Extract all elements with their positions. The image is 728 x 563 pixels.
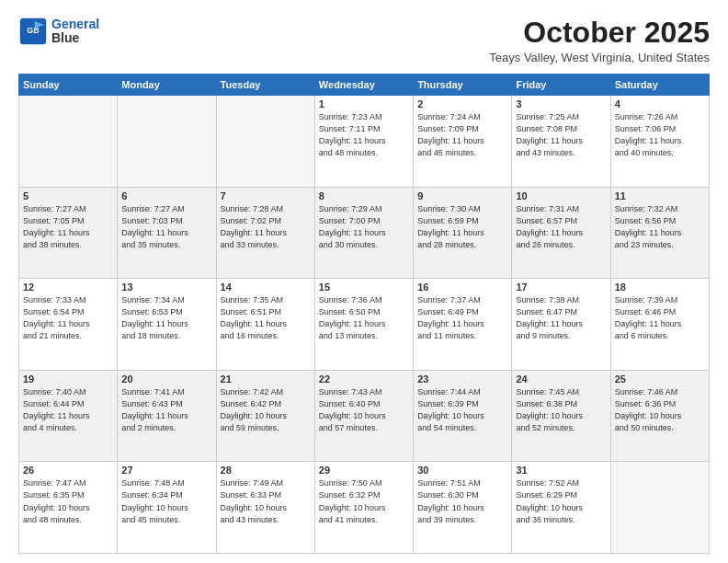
calendar-cell [610, 462, 709, 554]
day-number: 16 [417, 282, 507, 293]
day-info: Sunrise: 7:24 AM Sunset: 7:09 PM Dayligh… [417, 111, 507, 159]
calendar-cell: 22Sunrise: 7:43 AM Sunset: 6:40 PM Dayli… [314, 370, 413, 462]
day-number: 31 [516, 465, 606, 476]
day-number: 19 [23, 373, 113, 385]
day-info: Sunrise: 7:23 AM Sunset: 7:11 PM Dayligh… [319, 111, 409, 159]
day-info: Sunrise: 7:26 AM Sunset: 7:06 PM Dayligh… [615, 111, 705, 159]
calendar-cell [118, 96, 216, 188]
day-number: 4 [615, 98, 705, 109]
day-number: 23 [417, 373, 507, 385]
day-number: 24 [516, 373, 606, 385]
day-number: 2 [417, 98, 507, 109]
calendar-cell: 11Sunrise: 7:32 AM Sunset: 6:56 PM Dayli… [610, 187, 709, 279]
day-info: Sunrise: 7:36 AM Sunset: 6:50 PM Dayligh… [319, 294, 409, 342]
day-number: 15 [319, 282, 409, 293]
day-info: Sunrise: 7:31 AM Sunset: 6:57 PM Dayligh… [516, 203, 606, 251]
day-number: 3 [516, 98, 606, 109]
day-info: Sunrise: 7:25 AM Sunset: 7:08 PM Dayligh… [516, 111, 606, 159]
day-header-sunday: Sunday [19, 75, 118, 96]
calendar-cell: 13Sunrise: 7:34 AM Sunset: 6:53 PM Dayli… [118, 279, 216, 371]
day-number: 27 [121, 465, 211, 476]
calendar-week-5: 26Sunrise: 7:47 AM Sunset: 6:35 PM Dayli… [19, 462, 710, 554]
day-header-friday: Friday [512, 75, 610, 96]
day-info: Sunrise: 7:45 AM Sunset: 6:38 PM Dayligh… [516, 386, 606, 434]
logo-general: General [51, 17, 99, 31]
day-number: 7 [221, 190, 311, 201]
calendar-week-3: 12Sunrise: 7:33 AM Sunset: 6:54 PM Dayli… [19, 279, 710, 371]
calendar-cell: 15Sunrise: 7:36 AM Sunset: 6:50 PM Dayli… [314, 279, 413, 371]
day-info: Sunrise: 7:47 AM Sunset: 6:35 PM Dayligh… [23, 477, 113, 525]
day-number: 9 [417, 190, 507, 201]
day-number: 11 [615, 190, 705, 201]
calendar-table: SundayMondayTuesdayWednesdayThursdayFrid… [18, 74, 710, 554]
day-info: Sunrise: 7:52 AM Sunset: 6:29 PM Dayligh… [516, 477, 606, 525]
day-info: Sunrise: 7:51 AM Sunset: 6:30 PM Dayligh… [417, 477, 507, 525]
day-number: 6 [121, 190, 211, 201]
calendar-cell: 9Sunrise: 7:30 AM Sunset: 6:59 PM Daylig… [414, 187, 512, 279]
calendar-week-1: 1Sunrise: 7:23 AM Sunset: 7:11 PM Daylig… [19, 96, 710, 188]
day-info: Sunrise: 7:34 AM Sunset: 6:53 PM Dayligh… [121, 294, 211, 342]
calendar-cell: 1Sunrise: 7:23 AM Sunset: 7:11 PM Daylig… [314, 96, 413, 188]
day-info: Sunrise: 7:40 AM Sunset: 6:44 PM Dayligh… [23, 386, 113, 434]
day-info: Sunrise: 7:32 AM Sunset: 6:56 PM Dayligh… [615, 203, 705, 251]
calendar-cell: 20Sunrise: 7:41 AM Sunset: 6:43 PM Dayli… [118, 370, 216, 462]
calendar-cell: 10Sunrise: 7:31 AM Sunset: 6:57 PM Dayli… [512, 187, 610, 279]
day-info: Sunrise: 7:43 AM Sunset: 6:40 PM Dayligh… [319, 386, 409, 434]
calendar-cell: 5Sunrise: 7:27 AM Sunset: 7:05 PM Daylig… [19, 187, 118, 279]
calendar-week-4: 19Sunrise: 7:40 AM Sunset: 6:44 PM Dayli… [19, 370, 710, 462]
day-info: Sunrise: 7:29 AM Sunset: 7:00 PM Dayligh… [319, 203, 409, 251]
day-header-wednesday: Wednesday [314, 75, 413, 96]
day-number: 30 [417, 465, 507, 476]
day-number: 13 [121, 282, 211, 293]
day-number: 25 [615, 373, 705, 385]
calendar-cell: 17Sunrise: 7:38 AM Sunset: 6:47 PM Dayli… [512, 279, 610, 371]
day-number: 17 [516, 282, 606, 293]
calendar-cell: 4Sunrise: 7:26 AM Sunset: 7:06 PM Daylig… [610, 96, 709, 188]
day-info: Sunrise: 7:37 AM Sunset: 6:49 PM Dayligh… [417, 294, 507, 342]
page: GB General Blue October 2025 Teays Valle… [0, 0, 728, 563]
day-header-thursday: Thursday [414, 75, 512, 96]
day-info: Sunrise: 7:42 AM Sunset: 6:42 PM Dayligh… [221, 386, 311, 434]
day-header-saturday: Saturday [610, 75, 709, 96]
day-number: 29 [319, 465, 409, 476]
calendar-cell: 27Sunrise: 7:48 AM Sunset: 6:34 PM Dayli… [118, 462, 216, 554]
day-info: Sunrise: 7:27 AM Sunset: 7:05 PM Dayligh… [23, 203, 113, 251]
day-info: Sunrise: 7:46 AM Sunset: 6:36 PM Dayligh… [615, 386, 705, 434]
calendar-cell: 8Sunrise: 7:29 AM Sunset: 7:00 PM Daylig… [314, 187, 413, 279]
day-number: 10 [516, 190, 606, 201]
header: GB General Blue October 2025 Teays Valle… [18, 17, 710, 64]
logo-text: General Blue [51, 17, 99, 46]
calendar-cell: 3Sunrise: 7:25 AM Sunset: 7:08 PM Daylig… [512, 96, 610, 188]
logo: GB General Blue [18, 17, 99, 46]
calendar-cell [216, 96, 314, 188]
title-block: October 2025 Teays Valley, West Virginia… [489, 17, 710, 64]
day-number: 22 [319, 373, 409, 385]
day-info: Sunrise: 7:39 AM Sunset: 6:46 PM Dayligh… [615, 294, 705, 342]
day-info: Sunrise: 7:28 AM Sunset: 7:02 PM Dayligh… [221, 203, 311, 251]
day-info: Sunrise: 7:38 AM Sunset: 6:47 PM Dayligh… [516, 294, 606, 342]
calendar-cell: 29Sunrise: 7:50 AM Sunset: 6:32 PM Dayli… [314, 462, 413, 554]
calendar-cell: 30Sunrise: 7:51 AM Sunset: 6:30 PM Dayli… [414, 462, 512, 554]
calendar-cell: 26Sunrise: 7:47 AM Sunset: 6:35 PM Dayli… [19, 462, 118, 554]
day-number: 20 [121, 373, 211, 385]
day-info: Sunrise: 7:27 AM Sunset: 7:03 PM Dayligh… [121, 203, 211, 251]
calendar-cell: 12Sunrise: 7:33 AM Sunset: 6:54 PM Dayli… [19, 279, 118, 371]
calendar-cell: 18Sunrise: 7:39 AM Sunset: 6:46 PM Dayli… [610, 279, 709, 371]
day-info: Sunrise: 7:35 AM Sunset: 6:51 PM Dayligh… [221, 294, 311, 342]
logo-icon: GB [18, 17, 48, 46]
day-number: 14 [221, 282, 311, 293]
day-info: Sunrise: 7:41 AM Sunset: 6:43 PM Dayligh… [121, 386, 211, 434]
calendar-header-row: SundayMondayTuesdayWednesdayThursdayFrid… [19, 75, 710, 96]
calendar-cell: 2Sunrise: 7:24 AM Sunset: 7:09 PM Daylig… [414, 96, 512, 188]
calendar-cell: 23Sunrise: 7:44 AM Sunset: 6:39 PM Dayli… [414, 370, 512, 462]
calendar-cell: 28Sunrise: 7:49 AM Sunset: 6:33 PM Dayli… [216, 462, 314, 554]
calendar-cell: 25Sunrise: 7:46 AM Sunset: 6:36 PM Dayli… [610, 370, 709, 462]
day-number: 28 [221, 465, 311, 476]
day-info: Sunrise: 7:50 AM Sunset: 6:32 PM Dayligh… [319, 477, 409, 525]
day-number: 1 [319, 98, 409, 109]
calendar-cell: 31Sunrise: 7:52 AM Sunset: 6:29 PM Dayli… [512, 462, 610, 554]
calendar-cell: 7Sunrise: 7:28 AM Sunset: 7:02 PM Daylig… [216, 187, 314, 279]
day-info: Sunrise: 7:48 AM Sunset: 6:34 PM Dayligh… [121, 477, 211, 525]
logo-blue: Blue [51, 31, 99, 45]
calendar-week-2: 5Sunrise: 7:27 AM Sunset: 7:05 PM Daylig… [19, 187, 710, 279]
